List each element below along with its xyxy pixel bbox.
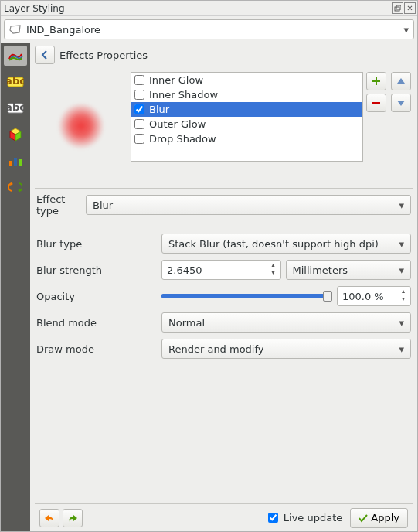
redo-button[interactable] [63,509,83,527]
list-item[interactable]: Drop Shadow [131,131,362,146]
effect-label: Drop Shadow [149,133,216,145]
svg-rect-7 [14,158,17,166]
sidebar-symbology[interactable] [4,46,27,66]
chevron-down-icon: ▾ [403,24,409,36]
back-button[interactable] [35,46,55,64]
blur-strength-value: 2.6450 [167,264,268,276]
blend-mode-value: Normal [168,317,205,329]
live-update-label: Live update [284,512,342,523]
polygon-icon [9,25,22,34]
preview-symbol [58,103,104,149]
blur-type-label: Blur type [35,238,158,250]
panel-title: Layer Styling [2,3,391,14]
opacity-spin[interactable]: 100.0 % ▴▾ [337,286,411,306]
effect-label: Inner Glow [149,74,203,86]
effect-type-label: Effect type [35,193,83,217]
sidebar-labels-yellow[interactable]: abc [4,72,27,92]
live-update-input[interactable] [268,513,278,523]
titlebar: Layer Styling ✕ [1,1,417,16]
header: Effects Properties [35,46,413,64]
close-button[interactable]: ✕ [404,2,416,14]
effect-label: Outer Glow [149,118,206,130]
sidebar-history[interactable] [4,177,27,197]
chevron-down-icon: ▾ [399,317,404,329]
undock-button[interactable] [392,2,403,14]
sidebar-3d[interactable] [4,124,27,145]
chevron-down-icon: ▾ [399,264,404,276]
effect-preview [35,72,127,180]
content: Effects Properties Inner Glow Inner Shad… [30,43,417,531]
header-label: Effects Properties [59,49,148,61]
layer-combo[interactable]: IND_Bangalore ▾ [4,19,414,39]
add-effect-button[interactable] [366,72,386,90]
effect-type-select[interactable]: Blur ▾ [86,195,411,215]
effect-label: Blur [149,104,169,115]
live-update-checkbox[interactable]: Live update [265,510,342,525]
blur-type-select[interactable]: Stack Blur (fast, doesn't support high d… [161,234,411,254]
effect-type-value: Blur [93,200,113,211]
blur-strength-spin[interactable]: 2.6450 ▴▾ [161,260,281,280]
list-item[interactable]: Inner Shadow [131,87,362,102]
list-item[interactable]: Blur [131,102,362,117]
sidebar-labels-white[interactable]: abc [4,98,27,118]
svg-text:abc: abc [7,103,24,113]
undo-button[interactable] [39,509,59,527]
slider-thumb[interactable] [323,291,332,302]
draw-mode-label: Draw mode [35,343,158,355]
list-item[interactable]: Outer Glow [131,117,362,131]
draw-mode-value: Render and modify [168,343,264,355]
move-up-button[interactable] [391,72,411,90]
blur-strength-label: Blur strength [35,264,158,276]
effect-order-buttons [391,72,413,180]
chevron-down-icon: ▾ [399,238,404,250]
list-item[interactable]: Inner Glow [131,73,362,87]
layer-name: IND_Bangalore [26,24,100,36]
preview-row: Inner Glow Inner Shadow Blur Outer Glow … [35,72,413,180]
opacity-value: 100.0 % [342,291,398,302]
effect-checkbox[interactable] [134,75,144,85]
footer: Live update Apply [35,503,413,531]
blend-mode-select[interactable]: Normal ▾ [161,312,411,332]
spin-down-icon[interactable]: ▾ [268,270,279,278]
layer-selector-row: IND_Bangalore ▾ [1,16,417,43]
effect-form: Effect type Blur ▾ Blur type Stack Blur … [35,193,413,359]
spacer [35,359,413,503]
draw-mode-select[interactable]: Render and modify ▾ [161,339,411,359]
effect-checkbox[interactable] [134,134,144,144]
effect-checkbox[interactable] [134,119,144,129]
apply-button[interactable]: Apply [350,508,408,528]
apply-label: Apply [371,512,399,523]
svg-rect-6 [9,161,12,166]
opacity-label: Opacity [35,291,158,302]
svg-rect-8 [19,159,22,166]
effect-checkbox[interactable] [134,104,144,114]
separator [35,188,413,189]
blur-type-value: Stack Blur (fast, doesn't support high d… [168,238,379,250]
effect-label: Inner Shadow [149,89,218,101]
opacity-slider[interactable] [161,294,332,298]
sidebar: abc abc [1,43,30,531]
chevron-down-icon: ▾ [399,343,404,355]
effect-checkbox[interactable] [134,90,144,100]
check-icon [359,513,368,523]
effect-list-buttons [366,72,388,180]
svg-text:abc: abc [7,77,24,87]
spin-down-icon[interactable]: ▾ [398,296,409,304]
body: abc abc Effects Properties [1,43,417,531]
chevron-down-icon: ▾ [399,200,404,211]
blend-mode-label: Blend mode [35,317,158,329]
layer-styling-panel: Layer Styling ✕ IND_Bangalore ▾ abc abc [0,0,418,532]
remove-effect-button[interactable] [366,94,386,112]
move-down-button[interactable] [391,94,411,112]
blur-strength-unit: Millimeters [293,264,348,276]
effects-list[interactable]: Inner Glow Inner Shadow Blur Outer Glow … [131,72,363,162]
sidebar-diagrams[interactable] [4,151,27,171]
blur-strength-unit-select[interactable]: Millimeters ▾ [286,260,412,280]
